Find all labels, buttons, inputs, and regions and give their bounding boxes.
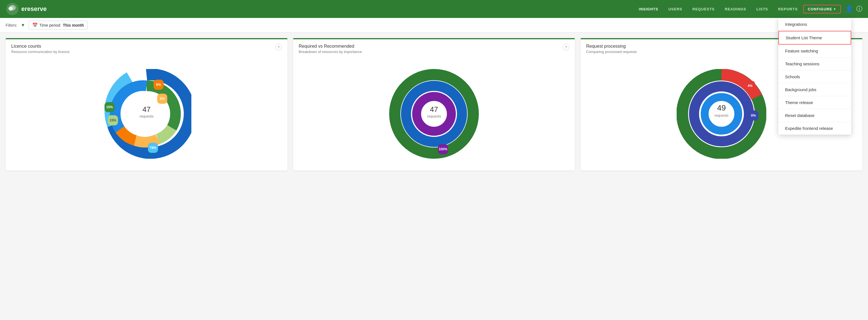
dropdown-item-student-list-theme[interactable]: Student List Theme [778, 31, 851, 45]
header: ereserve INSIGHTS USERS REQUESTS READING… [0, 0, 868, 18]
svg-text:requests: requests [427, 114, 441, 118]
dropdown-item-teaching-sessions[interactable]: Teaching sessions [778, 58, 851, 70]
logo-icon [6, 2, 19, 16]
card-1-header: Licence counts Resource communication by… [6, 38, 287, 58]
nav-configure[interactable]: CONFIGURE [803, 5, 841, 13]
svg-point-1 [8, 7, 13, 10]
pct-0-blue: 0% [748, 111, 758, 121]
dropdown-item-integrations[interactable]: Integrations [778, 18, 851, 31]
help-icon[interactable]: ⓘ [856, 5, 862, 13]
nav-insights[interactable]: INSIGHTS [634, 5, 663, 13]
svg-text:requests: requests [714, 113, 728, 117]
pct-4-red: 4% [745, 81, 755, 91]
nav-requests[interactable]: REQUESTS [688, 5, 719, 13]
time-period-filter[interactable]: 📅 Time period: This month [29, 21, 88, 29]
nav-users[interactable]: USERS [664, 5, 687, 13]
card-1-subtitle: Resource communication by licence [11, 50, 69, 54]
nav-icons: 👤 ⓘ [845, 5, 862, 13]
pct-6-orange: 6% [154, 80, 164, 90]
card-1-help[interactable]: ? [275, 44, 282, 51]
svg-text:47: 47 [430, 105, 438, 114]
dropdown-item-background-jobs[interactable]: Background jobs [778, 83, 851, 96]
card-licence-counts: Licence counts Resource communication by… [6, 38, 287, 171]
card-2-subtitle: Breakdown of resources by importance [299, 50, 362, 54]
main-content: Licence counts Resource communication by… [0, 32, 868, 176]
logo-text: ereserve [21, 6, 47, 12]
filter-funnel-icon: ▼ [21, 23, 25, 28]
svg-text:47: 47 [143, 105, 151, 114]
card-2-help[interactable]: ? [563, 44, 569, 51]
card-1-title: Licence counts [11, 44, 69, 49]
chart-1-wrapper: 47 requests 6% 6% 15% 15% 79% [102, 69, 191, 160]
svg-text:requests: requests [140, 114, 154, 118]
pct-15-green: 15% [104, 102, 115, 112]
user-icon[interactable]: 👤 [845, 5, 853, 12]
calendar-icon: 📅 [32, 23, 38, 28]
main-nav: INSIGHTS USERS REQUESTS READINGS LISTS R… [634, 5, 841, 13]
dropdown-item-expedite-frontend[interactable]: Expedite frontend release [778, 122, 851, 135]
filters-label: Filters: [6, 23, 18, 28]
dropdown-item-theme-release[interactable]: Theme release [778, 96, 851, 109]
card-2-title: Required vs Recommended [299, 44, 362, 49]
chart-3-wrapper: 49 requests 4% 0% [677, 69, 766, 160]
nav-reports[interactable]: REPORTS [774, 5, 802, 13]
card-required-vs-recommended: Required vs Recommended Breakdown of res… [293, 38, 575, 171]
dropdown-item-reset-database[interactable]: Reset database [778, 109, 851, 122]
card-3-title: Request processing [586, 44, 637, 49]
pct-100-purple: 100% [438, 144, 448, 154]
chart-2-wrapper: 47 requests 100% [389, 69, 479, 160]
configure-dropdown: Integrations Student List Theme Feature … [778, 18, 851, 135]
card-2-body: 47 requests 100% [293, 58, 575, 171]
pct-79-blue: 79% [148, 143, 158, 153]
dropdown-item-schools[interactable]: Schools [778, 70, 851, 83]
pct-15-light-green: 15% [108, 115, 118, 125]
time-period-label: Time period: [39, 23, 61, 28]
chart-2-svg: 47 requests [389, 69, 479, 159]
logo-area: ereserve [6, 2, 47, 16]
time-period-value: This month [63, 23, 84, 28]
nav-lists[interactable]: LISTS [752, 5, 772, 13]
filters-bar: Filters: ▼ 📅 Time period: This month [0, 18, 868, 32]
card-1-body: 47 requests 6% 6% 15% 15% 79% [6, 58, 287, 171]
dropdown-item-feature-switching[interactable]: Feature switching [778, 45, 851, 58]
card-2-header: Required vs Recommended Breakdown of res… [293, 38, 575, 58]
card-3-subtitle: Comparing processed requests [586, 50, 637, 54]
chart-1-svg: 47 requests [102, 69, 191, 159]
pct-6-light-orange: 6% [157, 94, 167, 104]
nav-readings[interactable]: READINGS [720, 5, 751, 13]
svg-text:49: 49 [717, 104, 726, 112]
